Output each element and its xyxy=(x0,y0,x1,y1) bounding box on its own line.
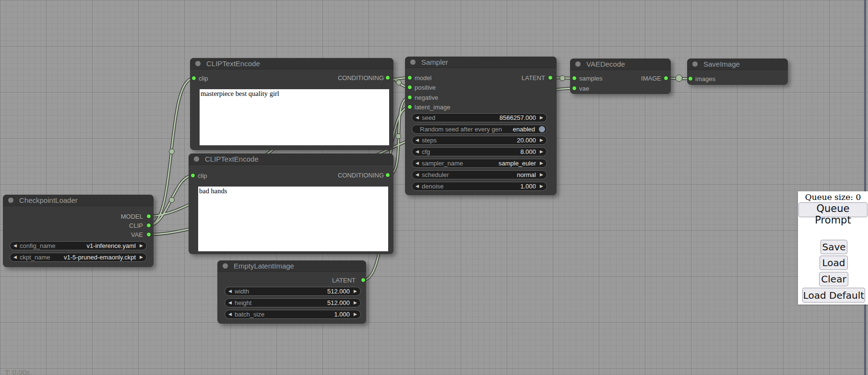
widget-label: scheduler xyxy=(422,171,449,179)
queue-prompt-button[interactable]: Queue Prompt xyxy=(798,202,868,217)
widget-label: cfg xyxy=(422,148,430,156)
decrement-arrow-icon[interactable]: ◀ xyxy=(13,253,17,261)
widget-label: denoise xyxy=(422,182,444,190)
node-checkpoint-loader[interactable]: CheckpointLoader MODEL CLIP VAE ◀ config… xyxy=(3,195,154,267)
widget-label: ckpt_name xyxy=(20,253,50,261)
node-clip-text-encode-positive[interactable]: CLIPTextEncode clip CONDITIONING masterp… xyxy=(190,58,393,150)
increment-arrow-icon[interactable]: ▶ xyxy=(540,159,543,167)
output-slot-latent[interactable] xyxy=(361,278,366,282)
collapse-dot-icon[interactable] xyxy=(194,156,199,162)
decrement-arrow-icon[interactable]: ◀ xyxy=(228,310,232,318)
clear-button[interactable]: Clear xyxy=(819,272,848,286)
node-title-bar[interactable]: CheckpointLoader xyxy=(3,195,154,206)
node-title-bar[interactable]: Sampler xyxy=(405,57,557,68)
widget-value: 512.000 xyxy=(327,299,350,307)
widget-value: 512.000 xyxy=(327,287,350,295)
output-label-model: MODEL xyxy=(121,213,143,220)
input-slot-negative[interactable] xyxy=(407,95,412,100)
decrement-arrow-icon[interactable]: ◀ xyxy=(416,136,419,144)
widget-random-seed-toggle[interactable]: Random seed after every gen enabled xyxy=(412,125,547,134)
widget-batch-size[interactable]: ◀ batch_size 1.000 ▶ xyxy=(225,310,361,319)
decrement-arrow-icon[interactable]: ◀ xyxy=(416,114,419,122)
collapse-dot-icon[interactable] xyxy=(223,263,228,269)
decrement-arrow-icon[interactable]: ◀ xyxy=(416,159,419,167)
widget-cfg[interactable]: ◀ cfg 8.000 ▶ xyxy=(412,147,547,156)
widget-value: sample_euler xyxy=(499,159,536,167)
load-default-button[interactable]: Load Default xyxy=(802,288,865,303)
increment-arrow-icon[interactable]: ▶ xyxy=(540,171,543,179)
comfyui-canvas[interactable]: { "canvas": { "stats_text": "T: 0.00s" }… xyxy=(0,0,868,375)
increment-arrow-icon[interactable]: ▶ xyxy=(354,299,357,307)
input-slot-positive[interactable] xyxy=(407,85,412,90)
prompt-text-input[interactable]: bad hands xyxy=(198,187,388,251)
node-sampler[interactable]: Sampler model positive negative latent_i… xyxy=(405,57,557,195)
node-title-bar[interactable]: SaveImage xyxy=(687,59,788,70)
input-slot-images[interactable] xyxy=(688,76,693,81)
load-button[interactable]: Load xyxy=(820,256,848,270)
output-slot-conditioning[interactable] xyxy=(385,173,390,177)
input-label-model: model xyxy=(415,75,431,81)
prompt-text-input[interactable]: masterpiece best quality girl xyxy=(200,89,389,145)
collapse-dot-icon[interactable] xyxy=(692,61,698,67)
widget-label: seed xyxy=(422,114,435,122)
widget-config-name[interactable]: ◀ config_name v1-inference.yaml ▶ xyxy=(10,241,147,250)
node-empty-latent-image[interactable]: EmptyLatentImage LATENT ◀ width 512.000 … xyxy=(217,260,366,324)
widget-value: normal xyxy=(517,171,536,179)
collapse-dot-icon[interactable] xyxy=(575,61,581,67)
output-slot-latent[interactable] xyxy=(548,75,553,80)
increment-arrow-icon[interactable]: ▶ xyxy=(540,136,543,144)
input-slot-samples[interactable] xyxy=(572,76,577,81)
increment-arrow-icon[interactable]: ▶ xyxy=(354,310,357,318)
widget-height[interactable]: ◀ height 512.000 ▶ xyxy=(225,298,361,307)
widget-width[interactable]: ◀ width 512.000 ▶ xyxy=(225,287,361,296)
increment-arrow-icon[interactable]: ▶ xyxy=(354,287,357,295)
input-slot-latent-image[interactable] xyxy=(407,105,412,109)
decrement-arrow-icon[interactable]: ◀ xyxy=(416,182,419,190)
node-save-image[interactable]: SaveImage images xyxy=(687,59,788,85)
decrement-arrow-icon[interactable]: ◀ xyxy=(416,148,419,156)
collapse-dot-icon[interactable] xyxy=(8,198,13,203)
decrement-arrow-icon[interactable]: ◀ xyxy=(228,299,232,307)
input-slot-clip[interactable] xyxy=(191,76,196,81)
output-slot-vae[interactable] xyxy=(146,232,151,237)
output-slot-conditioning[interactable] xyxy=(385,75,390,80)
widget-ckpt-name[interactable]: ◀ ckpt_name v1-5-pruned-emaonly.ckpt ▶ xyxy=(10,253,147,262)
increment-arrow-icon[interactable]: ▶ xyxy=(540,114,543,122)
input-label-images: images xyxy=(695,76,715,82)
input-label-positive: positive xyxy=(415,84,436,91)
node-vae-decode[interactable]: VAEDecode samples vae IMAGE xyxy=(570,59,671,94)
collapse-dot-icon[interactable] xyxy=(410,59,416,65)
input-slot-model[interactable] xyxy=(407,75,412,80)
increment-arrow-icon[interactable]: ▶ xyxy=(540,148,543,156)
input-slot-clip[interactable] xyxy=(190,173,195,178)
decrement-arrow-icon[interactable]: ◀ xyxy=(416,171,419,179)
node-title-bar[interactable]: CLIPTextEncode xyxy=(190,58,393,70)
toggle-value: enabled xyxy=(513,125,535,133)
output-label-image: IMAGE xyxy=(641,75,661,82)
widget-seed[interactable]: ◀ seed 8566257.000 ▶ xyxy=(412,113,547,122)
toggle-dot-icon[interactable] xyxy=(539,126,545,132)
node-title-bar[interactable]: VAEDecode xyxy=(570,59,671,70)
decrement-arrow-icon[interactable]: ◀ xyxy=(13,242,17,250)
collapse-dot-icon[interactable] xyxy=(195,61,201,66)
increment-arrow-icon[interactable]: ▶ xyxy=(540,182,543,190)
increment-arrow-icon[interactable]: ▶ xyxy=(140,242,143,250)
decrement-arrow-icon[interactable]: ◀ xyxy=(228,287,232,295)
node-title: Sampler xyxy=(421,58,448,66)
increment-arrow-icon[interactable]: ▶ xyxy=(140,253,143,261)
page-scrollbar[interactable] xyxy=(864,0,866,375)
widget-scheduler[interactable]: ◀ scheduler normal ▶ xyxy=(412,170,547,179)
widget-steps[interactable]: ◀ steps 20.000 ▶ xyxy=(412,136,547,145)
node-clip-text-encode-negative[interactable]: CLIPTextEncode clip CONDITIONING bad han… xyxy=(189,153,393,254)
output-slot-image[interactable] xyxy=(664,76,668,81)
output-label-conditioning: CONDITIONING xyxy=(338,75,384,81)
input-label-samples: samples xyxy=(579,75,602,82)
input-slot-vae[interactable] xyxy=(572,86,577,91)
widget-denoise[interactable]: ◀ denoise 1.000 ▶ xyxy=(412,182,547,191)
node-title-bar[interactable]: EmptyLatentImage xyxy=(217,260,366,272)
node-title-bar[interactable]: CLIPTextEncode xyxy=(189,153,393,165)
save-button[interactable]: Save xyxy=(820,240,847,254)
widget-sampler-name[interactable]: ◀ sampler_name sample_euler ▶ xyxy=(412,159,547,168)
output-slot-clip[interactable] xyxy=(146,223,151,228)
output-slot-model[interactable] xyxy=(146,214,151,219)
